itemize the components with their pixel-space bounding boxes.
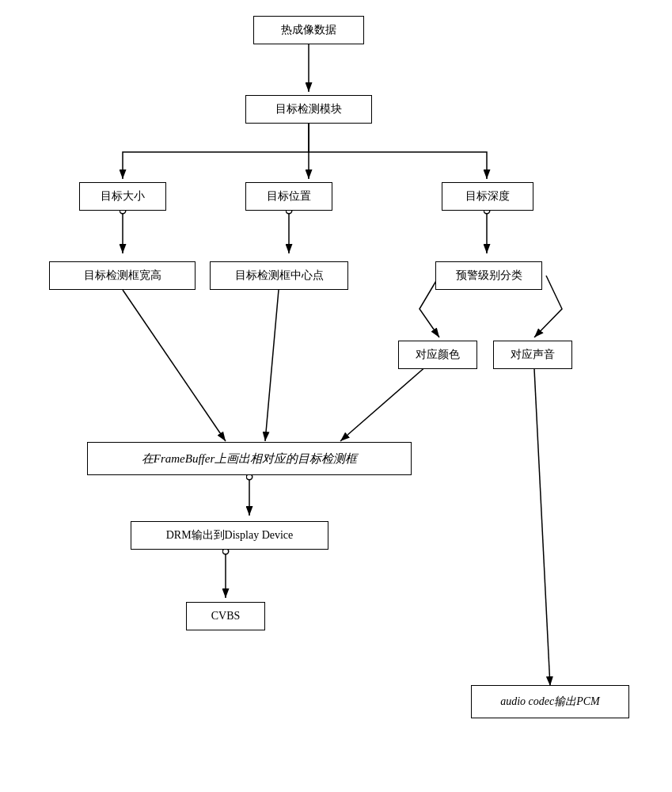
node-target-depth: 目标深度 xyxy=(442,182,533,211)
node-target-size: 目标大小 xyxy=(79,182,166,211)
node-audio-codec: audio codec输出PCM xyxy=(471,685,629,718)
node-framebuffer: 在FrameBuffer上画出相对应的目标检测框 xyxy=(87,442,412,475)
svg-line-9 xyxy=(265,290,279,441)
node-color: 对应颜色 xyxy=(398,341,477,369)
node-cvbs: CVBS xyxy=(186,602,265,630)
svg-line-13 xyxy=(534,369,550,686)
node-drm: DRM输出到Display Device xyxy=(131,521,328,550)
node-detection-module: 目标检测模块 xyxy=(245,95,372,124)
node-target-position: 目标位置 xyxy=(245,182,332,211)
node-size-wh: 目标检测框宽高 xyxy=(49,261,196,290)
node-sound: 对应声音 xyxy=(493,341,572,369)
svg-line-8 xyxy=(123,290,226,441)
node-thermal-data: 热成像数据 xyxy=(253,16,364,44)
node-alert-level: 预警级别分类 xyxy=(435,261,542,290)
diagram: 热成像数据 目标检测模块 目标大小 目标位置 目标深度 目标检测框宽高 目标检测… xyxy=(0,0,672,792)
node-center-point: 目标检测框中心点 xyxy=(210,261,348,290)
